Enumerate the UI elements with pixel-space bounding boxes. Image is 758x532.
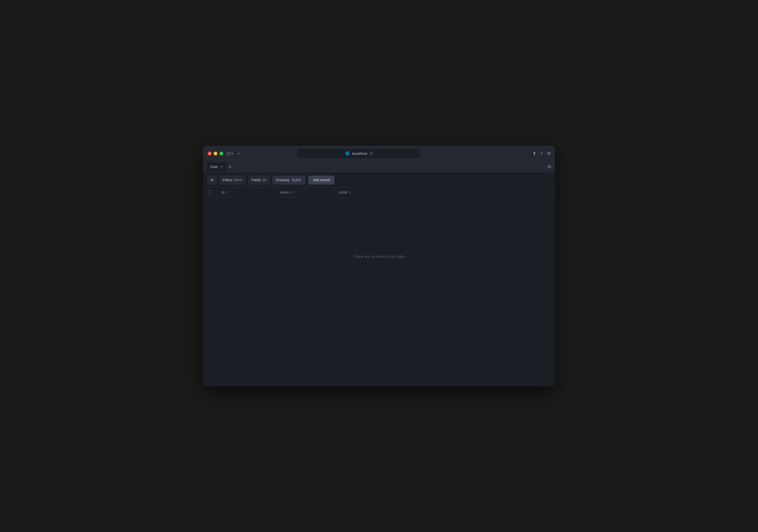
filters-label: Filters bbox=[223, 178, 232, 182]
back-icon: ‹ bbox=[238, 150, 240, 156]
col-email-label: email bbox=[339, 190, 347, 194]
browser-window: ⊡ ▾ ‹ 🌐 localhost ⊡ ⬆ + ⧉ User ✕ + ⚙ ↻ bbox=[203, 146, 555, 386]
address-text: localhost bbox=[352, 151, 367, 156]
title-bar: ⊡ ▾ ‹ 🌐 localhost ⊡ ⬆ + ⧉ bbox=[203, 146, 555, 161]
column-header-email[interactable]: email A bbox=[334, 187, 393, 198]
col-name-label: name bbox=[280, 190, 289, 194]
col-id-type: # bbox=[225, 191, 227, 194]
filters-button[interactable]: Filters None bbox=[220, 176, 245, 184]
maximize-button[interactable] bbox=[220, 151, 223, 155]
table-container: id # name A? email A bbox=[203, 187, 555, 386]
back-button[interactable]: ‹ bbox=[238, 150, 240, 157]
empty-message-text: There are no rows in this table bbox=[354, 254, 405, 259]
new-tab-button[interactable]: + bbox=[540, 151, 543, 156]
minimize-button[interactable] bbox=[214, 151, 217, 155]
data-table: id # name A? email A bbox=[203, 187, 555, 198]
title-bar-actions: ⬆ + ⧉ bbox=[533, 151, 550, 156]
share-button[interactable]: ⬆ bbox=[533, 151, 536, 156]
showing-indicator: Showing 0 of 0 bbox=[272, 176, 306, 184]
column-header-id[interactable]: id # bbox=[217, 187, 275, 198]
add-record-button[interactable]: Add record bbox=[308, 176, 334, 184]
select-all-header[interactable] bbox=[203, 187, 217, 198]
fields-value: All bbox=[262, 178, 266, 182]
tab-user[interactable]: User ✕ bbox=[207, 162, 226, 172]
close-button[interactable] bbox=[208, 151, 212, 155]
column-header-name[interactable]: name A? bbox=[275, 187, 334, 198]
column-header-extra bbox=[393, 187, 555, 198]
traffic-lights bbox=[208, 151, 223, 155]
new-tab-plus-button[interactable]: + bbox=[228, 164, 231, 170]
refresh-icon: ↻ bbox=[210, 178, 214, 183]
chevron-down-icon: ▾ bbox=[231, 151, 233, 155]
tab-bar: User ✕ + ⚙ bbox=[203, 161, 555, 173]
filters-value: None bbox=[234, 178, 242, 182]
screen-icon: ⊡ bbox=[370, 151, 372, 155]
address-bar[interactable]: 🌐 localhost ⊡ bbox=[297, 149, 421, 158]
fields-label: Fields bbox=[251, 178, 261, 182]
toolbar: ↻ Filters None Fields All Showing 0 of 0… bbox=[203, 173, 555, 187]
sidebar-toggle[interactable]: ⊡ ▾ bbox=[227, 151, 233, 156]
sidebar-icon: ⊡ bbox=[227, 151, 230, 156]
tab-close-icon[interactable]: ✕ bbox=[220, 165, 223, 168]
globe-icon: 🌐 bbox=[345, 151, 350, 155]
select-all-checkbox[interactable] bbox=[208, 190, 212, 194]
add-record-label: Add record bbox=[313, 178, 330, 182]
empty-state-message: There are no rows in this table bbox=[203, 198, 555, 315]
settings-icon[interactable]: ⚙ bbox=[547, 164, 551, 170]
showing-count: 0 of 0 bbox=[291, 178, 302, 183]
table-header-row: id # name A? email A bbox=[203, 187, 555, 198]
duplicate-button[interactable]: ⧉ bbox=[547, 151, 550, 156]
showing-label: Showing bbox=[276, 178, 289, 182]
fields-button[interactable]: Fields All bbox=[248, 176, 269, 184]
tab-label: User bbox=[210, 165, 218, 169]
col-name-type: A? bbox=[291, 191, 294, 194]
col-id-label: id bbox=[222, 190, 224, 194]
col-email-type: A bbox=[349, 191, 351, 194]
refresh-button[interactable]: ↻ bbox=[208, 176, 217, 184]
